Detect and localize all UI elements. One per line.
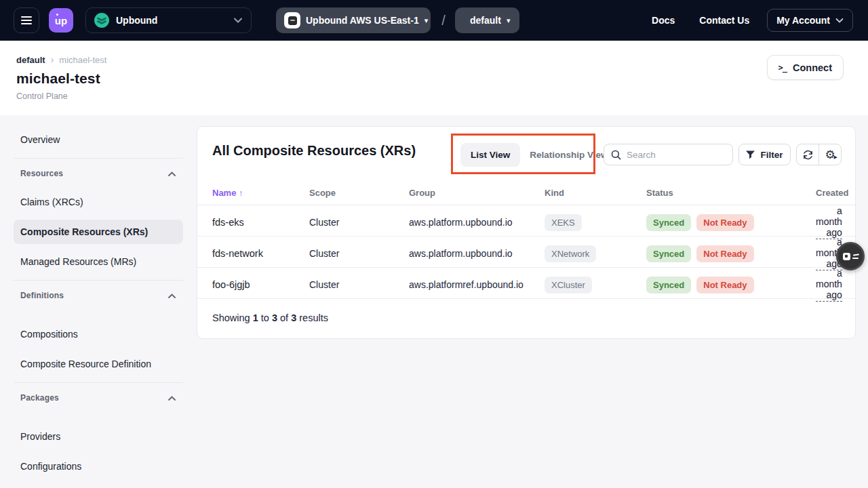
- sidebar-item-functions[interactable]: Functions: [14, 484, 183, 488]
- resource-group: aws.platform.upbound.io: [409, 217, 545, 228]
- resource-name[interactable]: foo-6jgjb: [212, 279, 309, 290]
- table-row[interactable]: fds-network Cluster aws.platform.upbound…: [197, 237, 855, 268]
- upbound-logo[interactable]: up: [49, 8, 73, 33]
- control-plane-icon: [284, 12, 300, 28]
- sidebar-item-composite-resources[interactable]: Composite Resources (XRs): [14, 220, 183, 244]
- sidebar-section-resources[interactable]: Resources: [14, 167, 183, 180]
- organization-label: Upbound: [116, 15, 233, 26]
- sidebar-item-claims[interactable]: Claims (XRCs): [14, 190, 183, 214]
- results-total: 3: [291, 312, 296, 323]
- breadcrumb-current: michael-test: [59, 55, 106, 65]
- path-separator: /: [439, 13, 448, 28]
- composite-resources-panel: All Composite Resources (XRs) List View …: [197, 126, 856, 339]
- sidebar-item-managed-resources[interactable]: Managed Resources (MRs): [14, 249, 183, 274]
- status-badge-not-ready: Not Ready: [696, 277, 753, 293]
- organization-icon: [94, 13, 109, 28]
- connect-button[interactable]: >_ Connect: [767, 55, 844, 80]
- column-header-group[interactable]: Group: [409, 188, 545, 198]
- contact-us-link[interactable]: Contact Us: [699, 15, 749, 26]
- sidebar-item-xrd[interactable]: Composite Resource Definition: [14, 352, 183, 376]
- caret-down-icon: ▾: [507, 17, 511, 24]
- search-box: [604, 144, 733, 165]
- resource-name[interactable]: fds-eks: [212, 217, 309, 228]
- filter-label: Filter: [760, 150, 783, 160]
- namespace-label: default: [470, 15, 501, 26]
- organization-select[interactable]: Upbound: [85, 7, 252, 33]
- resource-group: aws.platform.upbound.io: [409, 248, 545, 259]
- connect-label: Connect: [793, 62, 832, 73]
- divider: [14, 382, 183, 383]
- control-plane-label: Upbound AWS US-East-1: [306, 15, 419, 26]
- status-badge-not-ready: Not Ready: [696, 214, 753, 231]
- divider: [14, 280, 183, 281]
- sidebar-item-providers[interactable]: Providers: [14, 424, 183, 449]
- refresh-button[interactable]: [797, 144, 818, 165]
- docs-link[interactable]: Docs: [652, 15, 675, 26]
- terminal-icon: >_: [778, 63, 787, 73]
- column-header-status[interactable]: Status: [646, 188, 816, 198]
- results-summary: Showing 1 to 3 of 3 results: [197, 299, 855, 337]
- sidebar-item-overview[interactable]: Overview: [14, 127, 183, 152]
- chevron-up-icon: [167, 395, 176, 401]
- breadcrumb-separator-icon: ›: [51, 54, 54, 65]
- table-actions-group: ⚙ ▶: [796, 144, 842, 165]
- breadcrumb-root-link[interactable]: default: [16, 55, 45, 65]
- control-plane-select[interactable]: Upbound AWS US-East-1 ▾: [276, 7, 431, 33]
- panel-title: All Composite Resources (XRs): [212, 143, 416, 159]
- auto-refresh-settings-button[interactable]: ⚙ ▶: [818, 144, 841, 165]
- breadcrumb: default › michael-test: [16, 54, 868, 65]
- namespace-select[interactable]: default ▾: [455, 7, 519, 33]
- created-timestamp[interactable]: a month ago: [816, 205, 842, 239]
- view-toggle: List View Relationship View: [460, 143, 618, 167]
- results-to: 3: [272, 312, 277, 323]
- my-account-label: My Account: [776, 15, 830, 26]
- column-header-scope[interactable]: Scope: [309, 188, 409, 198]
- kind-badge: XEKS: [545, 214, 582, 231]
- my-account-button[interactable]: My Account: [767, 9, 853, 32]
- sidebar-navigation: Overview Resources Claims (XRCs) Composi…: [14, 127, 183, 488]
- section-label: Packages: [20, 393, 59, 403]
- chevron-down-icon: [233, 17, 243, 24]
- play-icon: ▶: [834, 155, 837, 160]
- status-badge-not-ready: Not Ready: [696, 245, 753, 262]
- divider: [14, 158, 183, 159]
- panel-header: All Composite Resources (XRs) List View …: [197, 127, 855, 181]
- page-title: michael-test: [16, 70, 868, 87]
- chevron-up-icon: [167, 293, 176, 299]
- page-subtitle: Control Plane: [16, 92, 868, 101]
- top-navigation-bar: up Upbound Upbound AWS US-East-1 ▾ / def…: [0, 0, 868, 41]
- page-header: default › michael-test michael-test Cont…: [0, 41, 868, 115]
- column-header-kind[interactable]: Kind: [545, 188, 646, 198]
- created-timestamp[interactable]: a month ago: [816, 268, 842, 302]
- logo-dot: [56, 14, 58, 16]
- filter-button[interactable]: Filter: [738, 144, 791, 165]
- search-icon: [611, 150, 621, 160]
- column-header-created[interactable]: Created: [816, 188, 848, 198]
- status-badge-synced: Synced: [646, 245, 691, 262]
- table-header-row: Name ↑ Scope Group Kind Status Created: [197, 181, 855, 205]
- floating-widget-button[interactable]: [836, 242, 865, 270]
- resource-scope: Cluster: [309, 279, 409, 290]
- logo-text: up: [55, 15, 67, 26]
- sidebar-section-packages[interactable]: Packages: [14, 391, 183, 405]
- sidebar-section-definitions[interactable]: Definitions: [14, 289, 183, 302]
- kind-badge: XCluster: [545, 277, 592, 293]
- menu-hamburger-button[interactable]: [14, 7, 39, 33]
- table-row[interactable]: fds-eks Cluster aws.platform.upbound.io …: [197, 205, 855, 237]
- chevron-down-icon: [835, 18, 844, 24]
- sidebar-item-configurations[interactable]: Configurations: [14, 454, 183, 479]
- caret-down-icon: ▾: [425, 17, 429, 24]
- results-from: 1: [253, 312, 258, 323]
- sidebar-item-compositions[interactable]: Compositions: [14, 322, 183, 346]
- sort-ascending-icon: ↑: [239, 188, 243, 198]
- form-list-icon: [843, 253, 859, 260]
- column-header-name[interactable]: Name ↑: [212, 188, 309, 198]
- chevron-up-icon: [167, 171, 176, 177]
- resource-name[interactable]: fds-network: [212, 248, 309, 259]
- kind-badge: XNetwork: [545, 245, 596, 262]
- list-view-tab[interactable]: List View: [460, 143, 520, 167]
- resource-scope: Cluster: [309, 217, 409, 228]
- search-input[interactable]: [627, 150, 726, 160]
- status-badge-synced: Synced: [646, 214, 691, 231]
- table-row[interactable]: foo-6jgjb Cluster aws.platformref.upboun…: [197, 268, 855, 299]
